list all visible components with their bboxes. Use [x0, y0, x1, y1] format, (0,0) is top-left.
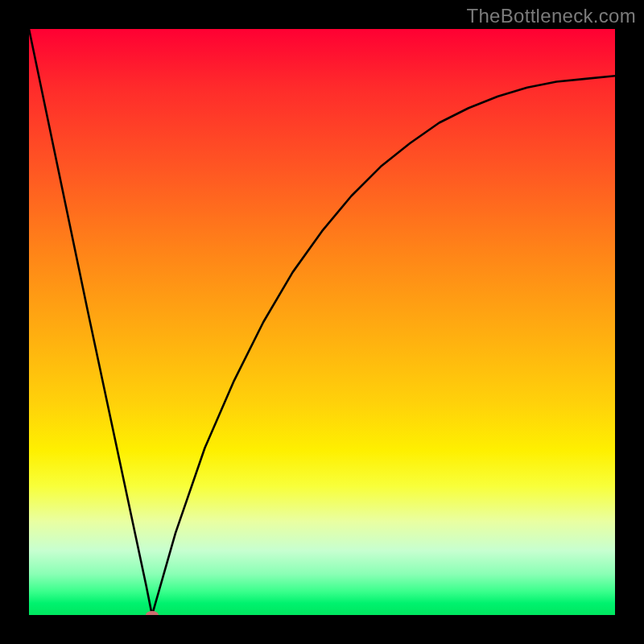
bottleneck-curve [29, 29, 615, 615]
chart-frame: TheBottleneck.com [0, 0, 644, 644]
curve-layer [29, 29, 615, 615]
plot-area [29, 29, 615, 615]
optimal-marker [146, 611, 159, 615]
watermark-text: TheBottleneck.com [466, 5, 636, 27]
